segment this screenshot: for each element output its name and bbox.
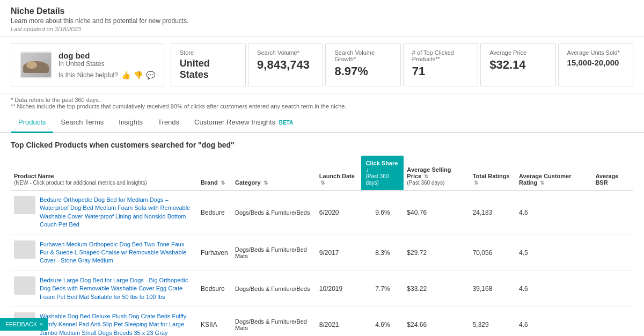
- cell-avg-price: $29.72: [404, 235, 469, 271]
- top-clicked-metric: # of Top Clicked Products** 71: [403, 43, 478, 86]
- col-click-share[interactable]: Click Share ↓(Past 360 days): [361, 156, 404, 191]
- cell-product-name: Furhaven Medium Orthopedic Dog Bed Two-T…: [11, 235, 197, 271]
- table-header-row: Product Name (NEW - Click product for ad…: [11, 156, 633, 191]
- cell-avg-rating: 4.6: [516, 191, 592, 235]
- cell-avg-bsr: [592, 306, 633, 336]
- feedback-button[interactable]: FEEDBACK ×: [0, 318, 48, 331]
- cell-launch-date: 10/2019: [316, 271, 362, 306]
- product-card: dog bed In United States Is this Niche h…: [11, 43, 164, 86]
- page-subtitle: Learn more about this niche and its pote…: [11, 17, 633, 25]
- avg-price-label: Average Price: [489, 49, 546, 56]
- avg-price-sort-icon: ⇅: [424, 173, 428, 179]
- product-link-3[interactable]: Washable Dog Bed Deluxe Plush Dog Crate …: [40, 312, 194, 336]
- search-volume-value: 9,843,743: [257, 58, 314, 72]
- tab-insights[interactable]: Insights: [111, 113, 150, 133]
- col-brand[interactable]: Brand ⇅: [197, 156, 232, 191]
- product-link-0[interactable]: Bedsure Orthopedic Dog Bed for Medium Do…: [40, 196, 194, 229]
- product-image-inner: [21, 53, 51, 77]
- cell-avg-bsr: [592, 191, 633, 235]
- tab-customer-review[interactable]: Customer Review Insights BETA: [187, 113, 301, 133]
- product-image: [20, 52, 52, 78]
- section-title: Top Clicked Products when customers sear…: [11, 141, 633, 149]
- tab-search-terms[interactable]: Search Terms: [53, 113, 111, 133]
- thumbs-up-icon[interactable]: 👍: [121, 71, 130, 79]
- page-container: Niche Details Learn more about this nich…: [0, 0, 644, 336]
- brand-sort-icon: ⇅: [221, 180, 225, 186]
- product-thumb-1: [14, 240, 35, 259]
- search-volume-growth-value: 8.97%: [334, 64, 391, 78]
- col-product-name-label: Product Name: [14, 173, 54, 179]
- tabs-section: Products Search Terms Insights Trends Cu…: [0, 113, 644, 133]
- footnote-2: ** Niches include the top products that …: [11, 103, 633, 109]
- col-product-name-sublabel: (NEW - Click product for additional metr…: [14, 180, 147, 186]
- footnotes: * Data refers to the past 360 days. ** N…: [0, 93, 644, 113]
- cell-avg-price: $40.76: [404, 191, 469, 235]
- product-link-2[interactable]: Bedsure Large Dog Bed for Large Dogs - B…: [40, 276, 194, 301]
- cell-brand: Bedsure: [197, 271, 232, 306]
- cell-brand: Furhaven: [197, 235, 232, 271]
- cell-total-ratings: 39,168: [470, 271, 516, 306]
- cell-category: Dogs/Beds & Furniture/Bed Mats: [232, 306, 316, 336]
- cell-launch-date: 8/2021: [316, 306, 362, 336]
- cell-product-name: Bedsure Orthopedic Dog Bed for Medium Do…: [11, 191, 197, 235]
- footnote-1: * Data refers to the past 360 days.: [11, 97, 633, 103]
- col-avg-rating[interactable]: Average Customer Rating ⇅: [516, 156, 592, 191]
- product-cell: Furhaven Medium Orthopedic Dog Bed Two-T…: [14, 240, 194, 265]
- cell-avg-bsr: [592, 235, 633, 271]
- launch-sort-icon: ⇅: [320, 180, 325, 186]
- cell-avg-price: $24.66: [404, 306, 469, 336]
- content-section: Top Clicked Products when customers sear…: [0, 133, 644, 336]
- top-clicked-value: 71: [412, 64, 469, 78]
- cell-avg-rating: 4.6: [516, 271, 592, 306]
- col-total-ratings[interactable]: Total Ratings ⇅: [470, 156, 516, 191]
- store-label: Store: [180, 49, 237, 56]
- tab-trends[interactable]: Trends: [150, 113, 187, 133]
- cell-click-share: 4.6%: [361, 306, 404, 336]
- products-table-container: Product Name (NEW - Click product for ad…: [11, 156, 633, 336]
- helpful-label: Is this Niche helpful?: [58, 71, 118, 79]
- cell-avg-rating: 4.5: [516, 235, 592, 271]
- product-cell: Bedsure Orthopedic Dog Bed for Medium Do…: [14, 196, 194, 229]
- col-category[interactable]: Category ⇅: [232, 156, 316, 191]
- product-location: In United States: [58, 60, 155, 68]
- category-sort-icon: ⇅: [264, 180, 268, 186]
- col-avg-price[interactable]: Average Selling Price ⇅(Past 360 days): [404, 156, 469, 191]
- feedback-label: FEEDBACK: [5, 321, 37, 327]
- helpful-section: Is this Niche helpful? 👍 👎 💬: [58, 71, 155, 79]
- ratings-sort-icon: ⇅: [474, 180, 478, 186]
- page-title: Niche Details: [11, 6, 633, 16]
- cell-total-ratings: 24,183: [470, 191, 516, 235]
- avg-units-label: Average Units Sold*: [567, 49, 624, 56]
- cell-launch-date: 6/2020: [316, 191, 362, 235]
- table-row: Bedsure Large Dog Bed for Large Dogs - B…: [11, 271, 633, 306]
- product-cell: Bedsure Large Dog Bed for Large Dogs - B…: [14, 276, 194, 301]
- store-metric: Store United States: [171, 43, 246, 86]
- beta-badge: BETA: [279, 120, 293, 126]
- table-row: Furhaven Medium Orthopedic Dog Bed Two-T…: [11, 235, 633, 271]
- tab-products[interactable]: Products: [11, 113, 53, 133]
- search-volume-metric: Search Volume* 9,843,743: [248, 43, 323, 86]
- avg-price-value: $32.14: [489, 58, 546, 72]
- product-thumb-0: [14, 196, 35, 214]
- metrics-grid: Store United States Search Volume* 9,843…: [171, 43, 633, 86]
- table-row: Washable Dog Bed Deluxe Plush Dog Crate …: [11, 306, 633, 336]
- products-table: Product Name (NEW - Click product for ad…: [11, 156, 633, 336]
- product-info: dog bed In United States Is this Niche h…: [58, 51, 155, 79]
- avg-units-metric: Average Units Sold* 15,000-20,000: [558, 43, 633, 86]
- search-volume-growth-label: Search Volume Growth*: [334, 49, 391, 62]
- dog-decoration: [26, 61, 37, 69]
- thumbs-down-icon[interactable]: 👎: [134, 71, 143, 79]
- cell-avg-rating: 4.6: [516, 306, 592, 336]
- header-section: Niche Details Learn more about this nich…: [0, 0, 644, 37]
- avg-price-metric: Average Price $32.14: [480, 43, 555, 86]
- table-row: Bedsure Orthopedic Dog Bed for Medium Do…: [11, 191, 633, 235]
- col-launch-date[interactable]: Launch Date ⇅: [316, 156, 362, 191]
- table-body: Bedsure Orthopedic Dog Bed for Medium Do…: [11, 191, 633, 337]
- product-link-1[interactable]: Furhaven Medium Orthopedic Dog Bed Two-T…: [40, 240, 194, 265]
- comment-icon[interactable]: 💬: [146, 71, 155, 79]
- cell-total-ratings: 5,329: [470, 306, 516, 336]
- metrics-section: dog bed In United States Is this Niche h…: [0, 37, 644, 93]
- feedback-close-icon[interactable]: ×: [39, 321, 42, 327]
- col-product-name: Product Name (NEW - Click product for ad…: [11, 156, 197, 191]
- cell-click-share: 8.3%: [361, 235, 404, 271]
